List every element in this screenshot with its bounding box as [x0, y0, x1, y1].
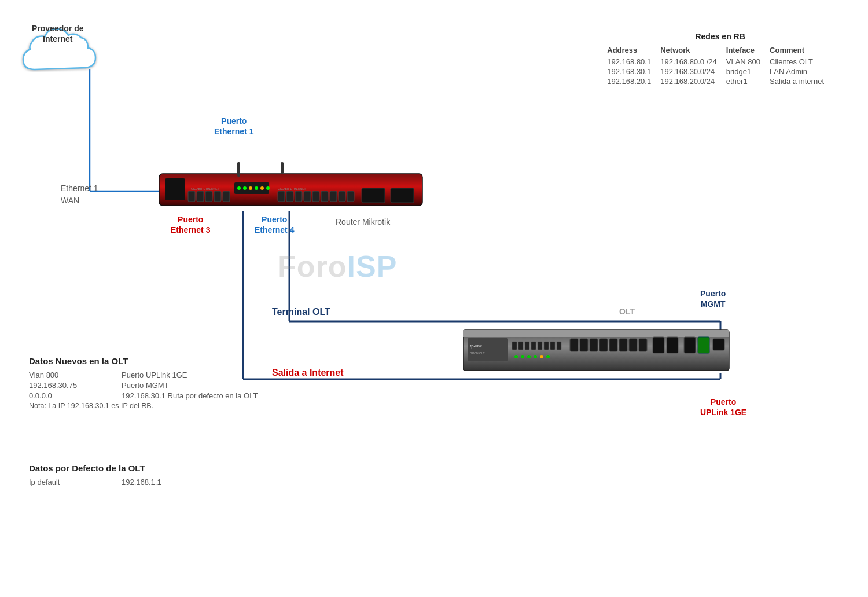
table-cell-address: 192.168.80.1 [607, 57, 660, 67]
data-value: 192.168.30.1 Ruta por defecto en la OLT [122, 391, 258, 400]
table-cell-interface: ether1 [726, 76, 770, 86]
puerto-uplink-label: Puerto UPLink 1GE [700, 397, 746, 417]
svg-point-67 [534, 355, 537, 358]
svg-text:tp-link: tp-link [470, 344, 482, 349]
port-eth1-label: Puerto Ethernet 1 [214, 116, 253, 137]
svg-rect-45 [525, 342, 529, 350]
svg-rect-52 [580, 339, 588, 351]
list-item: Vlan 800Puerto UPLink 1GE [29, 371, 258, 379]
svg-rect-50 [557, 342, 561, 350]
eth1-label: Ethernet 1 [61, 182, 98, 195]
data-value: Puerto MGMT [122, 381, 169, 390]
cloud-label-line2: Internet [43, 34, 72, 43]
svg-rect-55 [609, 339, 617, 351]
port-eth3-line2: Ethernet 3 [171, 225, 210, 235]
col-header-comment: Comment [770, 45, 833, 57]
datos-defecto-section: Datos por Defecto de la OLT Ip default19… [29, 463, 161, 486]
puerto-mgmt-line1: Puerto [700, 288, 726, 299]
svg-point-65 [521, 355, 524, 358]
table-row: 192.168.30.1192.168.30.0/24bridge1LAN Ad… [607, 67, 833, 76]
olt-device: tp-link GPON OLT [463, 324, 741, 382]
col-header-address: Address [607, 45, 660, 57]
svg-rect-51 [570, 339, 578, 351]
svg-point-69 [546, 355, 550, 358]
svg-rect-58 [639, 339, 647, 351]
svg-rect-16 [214, 191, 221, 202]
table-cell-address: 192.168.30.1 [607, 67, 660, 76]
svg-rect-57 [629, 339, 637, 351]
svg-rect-60 [667, 337, 678, 353]
svg-rect-43 [512, 342, 517, 350]
svg-rect-49 [550, 342, 555, 350]
svg-rect-25 [278, 191, 285, 202]
svg-rect-14 [197, 191, 204, 202]
svg-rect-28 [304, 191, 311, 202]
eth1-wan-label: Ethernet 1 WAN [61, 182, 98, 207]
port-eth1-line2: Ethernet 1 [214, 126, 253, 137]
router-device: GIGABIT ETHERNET GIGABIT ETHERNET [153, 162, 431, 214]
svg-rect-13 [188, 191, 195, 202]
svg-point-64 [514, 355, 518, 358]
data-value: Puerto UPLink 1GE [122, 371, 187, 379]
table-cell-comment: Clientes OLT [770, 57, 833, 67]
terminal-olt-label: Terminal OLT [272, 307, 330, 317]
svg-rect-40 [468, 338, 508, 361]
svg-text:GIGABIT ETHERNET: GIGABIT ETHERNET [278, 187, 306, 191]
port-eth4-line1: Puerto [255, 214, 294, 225]
watermark: ForoISP [278, 249, 397, 284]
svg-rect-35 [391, 188, 414, 203]
svg-rect-30 [321, 191, 328, 202]
wan-label: WAN [61, 195, 98, 207]
svg-text:GIGABIT ETHERNET: GIGABIT ETHERNET [191, 187, 219, 191]
list-item: 192.168.30.75Puerto MGMT [29, 381, 258, 390]
col-header-network: Network [660, 45, 726, 57]
table-cell-comment: LAN Admin [770, 67, 833, 76]
connection-lines [0, 0, 868, 597]
svg-rect-47 [538, 342, 542, 350]
svg-rect-44 [518, 342, 523, 350]
port-eth3-label: Puerto Ethernet 3 [171, 214, 210, 235]
svg-rect-11 [281, 162, 284, 174]
col-header-interface: Inteface [726, 45, 770, 57]
svg-rect-59 [653, 337, 664, 353]
svg-point-66 [527, 355, 531, 358]
list-item: Ip default192.168.1.1 [29, 478, 161, 486]
datos-nuevos-title: Datos Nuevos en la OLT [29, 356, 258, 366]
olt-device-label: OLT [619, 307, 635, 316]
table-cell-comment: Salida a internet [770, 76, 833, 86]
watermark-foro: Foro [278, 250, 347, 283]
svg-rect-27 [295, 191, 302, 202]
svg-rect-54 [599, 339, 608, 351]
data-key: Vlan 800 [29, 371, 104, 379]
svg-rect-61 [684, 337, 696, 353]
svg-rect-48 [544, 342, 549, 350]
puerto-mgmt-line2: MGMT [700, 299, 726, 309]
svg-rect-39 [463, 330, 729, 337]
port-eth1-line1: Puerto [214, 116, 253, 126]
table-cell-network: 192.168.20.0/24 [660, 76, 726, 86]
datos-nuevos-section: Datos Nuevos en la OLT Vlan 800Puerto UP… [29, 356, 258, 410]
table-row: 192.168.20.1192.168.20.0/24ether1Salida … [607, 76, 833, 86]
table-cell-interface: VLAN 800 [726, 57, 770, 67]
svg-rect-46 [531, 342, 536, 350]
table-cell-interface: bridge1 [726, 67, 770, 76]
svg-point-68 [540, 355, 543, 358]
port-eth4-label: Puerto Ethernet 4 [255, 214, 294, 235]
redes-rb-table: Redes en RB Address Network Inteface Com… [607, 32, 833, 86]
svg-point-19 [237, 186, 241, 190]
svg-point-20 [243, 186, 247, 190]
svg-rect-32 [339, 191, 345, 202]
datos-defecto-title: Datos por Defecto de la OLT [29, 463, 161, 473]
table-row: 192.168.80.1192.168.80.0 /24VLAN 800Clie… [607, 57, 833, 67]
puerto-uplink-line1: Puerto [700, 397, 746, 407]
page: Proveedor de Internet Ethernet 1 WAN Pue… [0, 0, 868, 597]
watermark-isp: ISP [347, 250, 398, 283]
svg-point-24 [266, 186, 270, 190]
router-label: Router Mikrotik [336, 217, 390, 226]
table-cell-network: 192.168.80.0 /24 [660, 57, 726, 67]
port-eth4-line2: Ethernet 4 [255, 225, 294, 235]
svg-rect-15 [205, 191, 212, 202]
data-key: 0.0.0.0 [29, 391, 104, 400]
data-value: 192.168.1.1 [122, 478, 161, 486]
datos-nuevos-nota: Nota: La IP 192.168.30.1 es IP del RB. [29, 402, 258, 410]
